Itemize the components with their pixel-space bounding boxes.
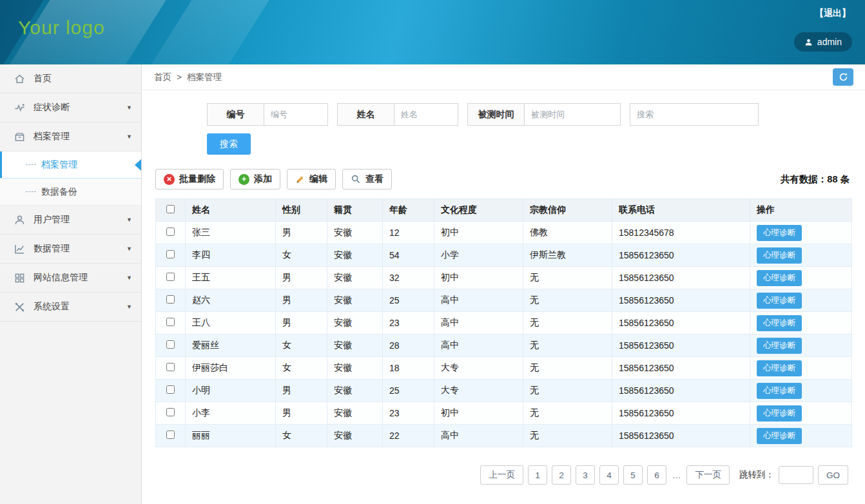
chevron-down-icon: ▼ (126, 217, 132, 223)
sidebar-item-3[interactable]: 用户管理▼ (0, 206, 141, 235)
breadcrumb-home[interactable]: 首页 (154, 72, 171, 83)
table-cell: 15856123650 (612, 402, 750, 425)
action-cell: 心理诊断 (750, 312, 852, 334)
sidebar: 首页症状诊断▼档案管理▼档案管理数据备份用户管理▼数据管理▼网站信息管理▼系统设… (0, 64, 142, 504)
row-checkbox[interactable] (166, 385, 175, 394)
sidebar-item-6[interactable]: 系统设置▼ (0, 293, 141, 322)
row-checkbox[interactable] (166, 228, 175, 236)
diagnose-button[interactable]: 心理诊断 (757, 383, 802, 399)
view-button[interactable]: 查看 (342, 169, 392, 189)
search-field-0: 编号 (207, 103, 328, 126)
diagnose-button[interactable]: 心理诊断 (757, 270, 802, 286)
diagnose-button[interactable]: 心理诊断 (757, 428, 802, 444)
table-cell: 无 (523, 357, 612, 380)
chevron-down-icon: ▼ (126, 246, 132, 252)
diagnose-button[interactable]: 心理诊断 (757, 360, 802, 376)
table-cell: 高中 (434, 334, 523, 357)
grid-icon (13, 273, 26, 284)
table-cell: 女 (276, 357, 327, 380)
content-area: 编号姓名被测时间 搜索 ×批量删除+添加编辑查看 共有数据：88 条 姓名性别籍… (142, 90, 865, 485)
sidebar-item-label: 网站信息管理 (34, 272, 119, 284)
table-cell: 小李 (186, 402, 276, 425)
row-checkbox[interactable] (166, 250, 175, 258)
table-cell: 25 (383, 380, 434, 402)
sidebar-item-label: 症状诊断 (34, 102, 119, 113)
search-input-3[interactable] (630, 103, 759, 126)
add-button[interactable]: +添加 (230, 169, 280, 189)
header-decoration (119, 0, 293, 64)
chevron-down-icon: ▼ (126, 304, 132, 310)
table-row: 李四女安徽54小学伊斯兰教15856123650心理诊断 (156, 244, 852, 267)
column-header-2: 籍贯 (327, 199, 383, 222)
view-icon (351, 174, 361, 184)
table-cell: 18 (383, 357, 434, 380)
sidebar-subitem-label: 档案管理 (41, 159, 77, 171)
table-row: 张三男安徽12初中佛教15812345678心理诊断 (156, 222, 852, 244)
table-cell: 无 (523, 425, 612, 447)
diagnose-button[interactable]: 心理诊断 (757, 225, 802, 241)
sidebar-item-4[interactable]: 数据管理▼ (0, 235, 141, 264)
page-button-3[interactable]: 3 (576, 465, 595, 485)
page-button-5[interactable]: 5 (623, 465, 643, 485)
toolbar-buttons: ×批量删除+添加编辑查看 (155, 169, 392, 189)
jump-input[interactable] (779, 466, 813, 484)
go-button[interactable]: GO (818, 465, 848, 485)
row-checkbox[interactable] (166, 363, 175, 371)
sidebar-item-5[interactable]: 网站信息管理▼ (0, 264, 141, 293)
diagnose-button[interactable]: 心理诊断 (757, 315, 802, 331)
column-header-7: 操作 (750, 199, 852, 222)
app-window: Your logo 【退出】 admin 首页症状诊断▼档案管理▼档案管理数据备… (0, 0, 865, 504)
action-cell: 心理诊断 (750, 334, 852, 357)
diagnose-button[interactable]: 心理诊断 (757, 405, 802, 422)
row-checkbox-cell (156, 425, 186, 447)
page-button-4[interactable]: 4 (599, 465, 619, 485)
edit-icon (295, 175, 305, 184)
sidebar-subitem-0[interactable]: 档案管理 (0, 151, 141, 179)
row-checkbox[interactable] (166, 295, 175, 304)
edit-button[interactable]: 编辑 (287, 169, 336, 189)
sidebar-subitem-label: 数据备份 (41, 186, 77, 198)
page-button-6[interactable]: 6 (647, 465, 666, 485)
table-cell: 32 (383, 267, 434, 289)
chart-icon (13, 244, 26, 255)
search-input-1[interactable] (394, 103, 458, 126)
row-checkbox[interactable] (166, 318, 175, 326)
diagnose-button[interactable]: 心理诊断 (757, 247, 802, 264)
row-checkbox-cell (156, 357, 186, 380)
diagnose-button[interactable]: 心理诊断 (757, 338, 802, 354)
search-field-1: 姓名 (337, 103, 458, 126)
jump-label: 跳转到： (739, 469, 774, 481)
table-cell: 高中 (434, 289, 523, 312)
search-submit-button[interactable]: 搜索 (207, 133, 251, 155)
table-cell: 无 (523, 267, 612, 289)
user-menu[interactable]: admin (794, 32, 852, 52)
sidebar-item-2[interactable]: 档案管理▼ (0, 122, 141, 151)
header: Your logo 【退出】 admin (0, 0, 865, 64)
next-page-button[interactable]: 下一页 (686, 465, 730, 485)
page-button-2[interactable]: 2 (552, 465, 571, 485)
page-button-1[interactable]: 1 (528, 465, 547, 485)
table-cell: 15856123650 (612, 334, 750, 357)
batch-delete-button[interactable]: ×批量删除 (155, 169, 224, 189)
sidebar-subitem-1[interactable]: 数据备份 (0, 179, 141, 206)
table-cell: 女 (276, 425, 327, 447)
row-checkbox[interactable] (166, 408, 175, 416)
prev-page-button[interactable]: 上一页 (480, 465, 523, 485)
sidebar-menu: 首页症状诊断▼档案管理▼档案管理数据备份用户管理▼数据管理▼网站信息管理▼系统设… (0, 64, 141, 322)
logout-link[interactable]: 【退出】 (815, 8, 851, 19)
search-input-2[interactable] (524, 103, 621, 126)
row-checkbox[interactable] (166, 340, 175, 349)
row-checkbox[interactable] (166, 273, 175, 281)
row-checkbox[interactable] (166, 431, 175, 439)
select-all-checkbox[interactable] (166, 205, 175, 213)
action-cell: 心理诊断 (750, 222, 852, 244)
table-cell: 54 (383, 244, 434, 267)
refresh-button[interactable] (833, 68, 853, 86)
table-cell: 无 (523, 402, 612, 425)
row-checkbox-cell (156, 244, 186, 267)
sidebar-item-1[interactable]: 症状诊断▼ (0, 93, 141, 122)
sidebar-item-0[interactable]: 首页 (0, 64, 141, 93)
table-cell: 大专 (434, 357, 523, 380)
diagnose-button[interactable]: 心理诊断 (757, 293, 802, 309)
search-input-0[interactable] (264, 103, 328, 126)
